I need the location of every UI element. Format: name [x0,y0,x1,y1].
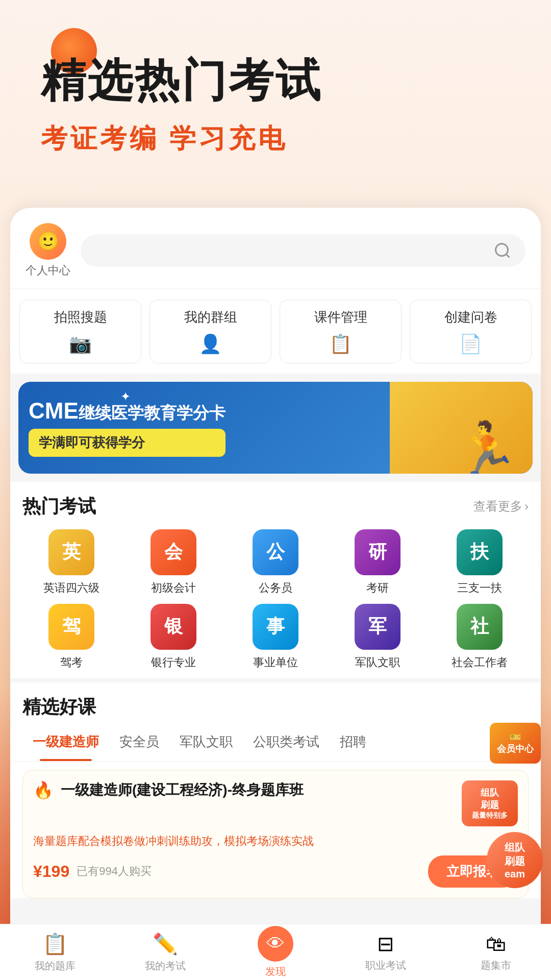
discover-icon: 👁 [258,926,293,962]
exam-name-english: 英语四六级 [43,580,99,596]
avatar[interactable]: 🙂 [30,223,66,260]
course-description: 海量题库配合模拟卷做冲刺训练助攻，模拟考场演练实战 [33,832,518,849]
tab-safety[interactable]: 安全员 [109,728,169,761]
course-students: 已有994人购买 [77,864,152,879]
banner-person-icon: 🏃 [455,423,519,474]
courseware-icon: 📋 [329,333,352,355]
quick-item-photo[interactable]: 拍照搜题 📷 [19,300,141,363]
nav-item-career[interactable]: ⊟ 职业考试 [331,924,441,980]
my-questions-icon: 📋 [42,932,68,956]
exam-icon-civil: 公 [253,529,298,575]
svg-point-0 [496,243,508,256]
good-courses-title: 精选好课 [10,695,541,728]
course-thumbnail: 组队 刷题 题量特别多 [462,780,518,826]
nav-label-my-questions: 我的题库 [35,959,76,973]
exam-item-public[interactable]: 事 事业单位 [227,604,324,670]
nav-item-my-questions[interactable]: 📋 我的题库 [0,924,110,980]
membership-badge[interactable]: 🎫 会员中心 [490,723,541,764]
exam-item-civil[interactable]: 公 公务员 [227,529,324,596]
course-price-row: ¥199 已有994人购买 立即报名 [33,855,518,888]
exam-name-accounting: 初级会计 [151,580,196,596]
quick-item-group[interactable]: 我的群组 👤 [149,300,271,363]
hot-exams-title: 热门考试 [22,494,96,519]
exam-name-postgrad: 考研 [366,580,389,596]
quick-item-courseware[interactable]: 课件管理 📋 [280,300,402,363]
bottom-nav: 📋 我的题库 ✏️ 我的考试 👁 发现 ⊟ 职业考试 🛍 题集市 [0,924,551,980]
questionnaire-icon: 📄 [459,333,482,355]
exam-item-accounting[interactable]: 会 初级会计 [124,529,222,596]
hero-section: 精选热门考试 考证考编 学习充电 [0,0,551,177]
exam-name-public: 事业单位 [253,655,298,670]
team-badge[interactable]: 组队 刷题 eam [487,832,543,888]
hot-exams-section: 热门考试 查看更多 › 英 英语四六级 会 初级会计 公 公务员 研 考研 [10,482,541,678]
group-icon: 👤 [199,333,222,355]
market-icon: 🛍 [486,933,506,955]
course-price: ¥199 [33,862,69,881]
course-title: 一级建造师(建设工程经济)-终身题库班 [61,780,455,800]
hot-exams-header: 热门考试 查看更多 › [22,494,529,519]
avatar-section[interactable]: 🙂 个人中心 [26,223,70,278]
cme-banner[interactable]: CME继续医学教育学分卡 学满即可获得学分 ✦ 🏃 [18,382,533,474]
exam-icon-volunteer: 扶 [457,529,503,575]
tab-first-constructor[interactable]: 一级建造师 [22,728,109,761]
hero-subtitle: 考证考编 学习充电 [41,121,520,157]
exam-icon-banking: 银 [151,604,196,650]
app-card: 🙂 个人中心 拍照搜题 📷 我的群组 👤 课件管理 📋 创建问卷 [10,208,541,980]
exam-icon-driving: 驾 [48,604,94,650]
see-more-button[interactable]: 查看更多 › [473,498,529,514]
exam-icon-accounting: 会 [151,529,196,575]
exam-item-volunteer[interactable]: 扶 三支一扶 [431,529,529,596]
course-card-header: 🔥 一级建造师(建设工程经济)-终身题库班 组队 刷题 题量特别多 [33,780,518,826]
exam-item-driving[interactable]: 驾 驾考 [22,604,120,670]
nav-item-my-exams[interactable]: ✏️ 我的考试 [110,924,220,980]
exam-item-military[interactable]: 军 军队文职 [329,604,427,670]
tab-public-exam[interactable]: 公职类考试 [243,728,330,761]
exam-name-social: 社会工作者 [452,655,508,670]
quick-courseware-label: 课件管理 [314,308,367,326]
banner-title-area: CME继续医学教育学分卡 学满即可获得学分 [29,398,226,457]
quick-item-questionnaire[interactable]: 创建问卷 📄 [410,300,532,363]
exam-name-driving: 驾考 [60,655,83,670]
search-bar[interactable] [81,234,525,267]
search-icon[interactable] [490,238,515,263]
banner-badge: 学满即可获得学分 [29,429,226,457]
course-tabs-container: 一级建造师 安全员 军队文职 公职类考试 招聘 🎫 会员中心 [10,728,541,762]
nav-label-discover: 发现 [265,965,286,978]
svg-line-1 [506,254,510,258]
tab-military-civil[interactable]: 军队文职 [169,728,243,761]
quick-actions: 拍照搜题 📷 我的群组 👤 课件管理 📋 创建问卷 📄 [10,289,541,374]
exam-icon-english: 英 [48,529,94,575]
nav-item-market[interactable]: 🛍 题集市 [441,924,551,980]
nav-label-career: 职业考试 [365,959,406,972]
exam-grid: 英 英语四六级 会 初级会计 公 公务员 研 考研 扶 三支一扶 驾 驾考 [22,529,529,670]
camera-icon: 📷 [69,333,92,355]
nav-label-market: 题集市 [481,959,511,972]
career-icon: ⊟ [377,932,394,955]
banner-figure: 🏃 [451,392,522,474]
exam-name-military: 军队文职 [355,655,400,670]
exam-name-volunteer: 三支一扶 [457,580,502,596]
fire-icon: 🔥 [33,780,54,800]
tab-recruitment[interactable]: 招聘 [330,728,377,761]
exam-item-postgrad[interactable]: 研 考研 [329,529,427,596]
exam-icon-postgrad: 研 [355,529,400,575]
nav-item-discover[interactable]: 👁 发现 [220,924,331,980]
exam-icon-military: 军 [355,604,400,650]
course-tabs: 一级建造师 安全员 军队文职 公职类考试 招聘 [10,728,541,762]
course-card[interactable]: 🔥 一级建造师(建设工程经济)-终身题库班 组队 刷题 题量特别多 海量题库配合… [22,770,529,898]
nav-label-my-exams: 我的考试 [145,959,186,973]
quick-group-label: 我的群组 [184,308,237,326]
quick-photo-label: 拍照搜题 [54,308,107,326]
banner-cme-text: CME继续医学教育学分卡 [29,398,226,425]
exam-item-social[interactable]: 社 社会工作者 [431,604,529,670]
exam-name-civil: 公务员 [259,580,292,596]
avatar-label: 个人中心 [26,263,70,278]
exam-item-banking[interactable]: 银 银行专业 [124,604,222,670]
exam-icon-social: 社 [457,604,503,650]
good-courses-section: 精选好课 一级建造师 安全员 军队文职 公职类考试 招聘 🎫 会员中心 🔥 一级… [10,682,541,898]
quick-questionnaire-label: 创建问卷 [444,308,497,326]
chevron-right-icon: › [524,499,529,513]
exam-item-english[interactable]: 英 英语四六级 [22,529,120,596]
exam-name-banking: 银行专业 [151,655,196,670]
app-header: 🙂 个人中心 [10,208,541,288]
